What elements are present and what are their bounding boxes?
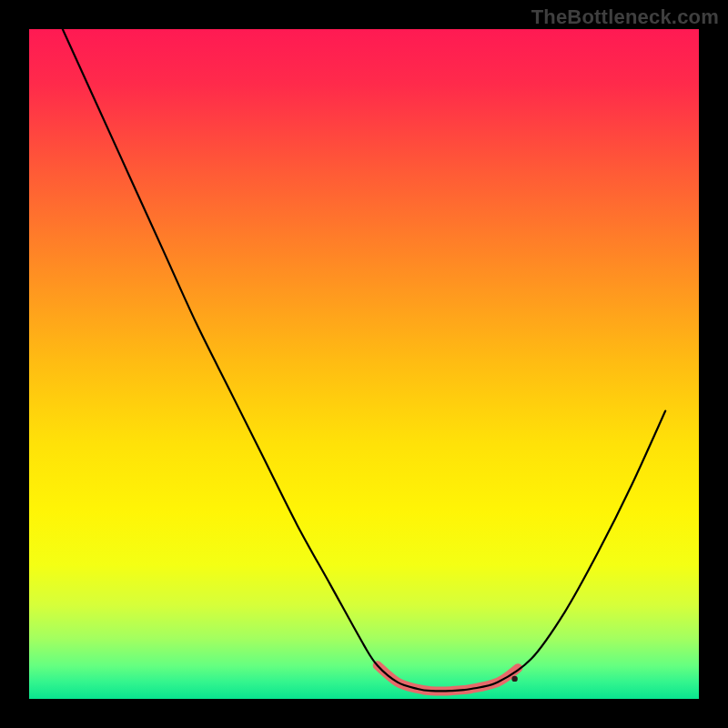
- curve-layer: [29, 29, 699, 699]
- tick-dot: [511, 676, 517, 682]
- watermark-text: TheBottleneck.com: [531, 5, 719, 29]
- chart-frame: TheBottleneck.com: [0, 0, 728, 728]
- plot-area: [29, 29, 699, 699]
- bottleneck-highlight-segment: [378, 665, 519, 691]
- bottleneck-curve: [63, 29, 665, 691]
